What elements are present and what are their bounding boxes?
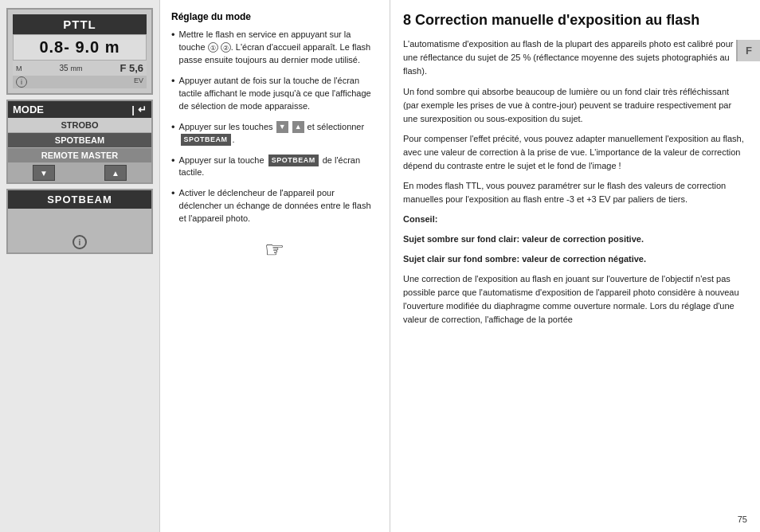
remote-master-item[interactable]: REMOTE MASTER xyxy=(8,148,151,163)
hand-pointing-icon: ☞ xyxy=(264,237,284,263)
zoom-value: 35 mm xyxy=(59,64,82,72)
middle-panel: Réglage du mode Mettre le flash en servi… xyxy=(159,0,390,532)
mode-arrows: ▼ ▲ xyxy=(8,163,151,182)
right-para-7: Une correction de l'exposition au flash … xyxy=(403,272,744,327)
spotbeam-header: SPOTBEAM xyxy=(8,190,151,209)
mode-section: MODE | ↵ STROBO SPOTBEAM REMOTE MASTER ▼… xyxy=(6,100,153,184)
info-icon: i xyxy=(16,76,27,88)
bullet-text-1: Mettre le flash en service en appuyant s… xyxy=(179,29,377,67)
spotbeam-info-circle[interactable]: i xyxy=(72,235,87,249)
bullet-item-3: Appuyer sur les touches ▼ ▲ et sélection… xyxy=(171,121,377,147)
bullet-text-4: Appuyer sur la touche SPOTBEAM de l'écra… xyxy=(179,155,377,180)
arrow-up-btn[interactable]: ▲ xyxy=(104,165,127,181)
bullet-text-5: Activer le déclencheur de l'appareil pou… xyxy=(179,187,377,225)
bullet-text-3: Appuyer sur les touches ▼ ▲ et sélection… xyxy=(179,121,377,147)
right-para-5: Sujet sombre sur fond clair: valeur de c… xyxy=(403,233,744,246)
f-badge: F xyxy=(736,40,760,61)
ev-label: EV xyxy=(134,76,143,88)
spotbeam-body: i xyxy=(8,209,151,252)
spotbeam-inline-btn: SPOTBEAM xyxy=(181,134,231,146)
para-6-text: Sujet clair sur fond sombre: valeur de c… xyxy=(403,254,646,264)
bullet-text-2: Appuyer autant de fois sur la touche de … xyxy=(179,75,377,113)
middle-heading: Réglage du mode xyxy=(171,11,377,22)
spotbeam-section: SPOTBEAM i xyxy=(6,189,153,254)
left-panel: PTTL 0.8- 9.0 m M 35 mm F 5,6 i EV MODE … xyxy=(0,0,159,532)
mode-header: MODE | ↵ xyxy=(8,101,151,118)
zoom-row: M 35 mm F 5,6 xyxy=(13,61,147,76)
strobo-item[interactable]: STROBO xyxy=(8,118,151,133)
arrow-down-inline: ▼ xyxy=(276,121,288,133)
right-para-2: Un fond sombre qui absorbe beaucoup de l… xyxy=(403,85,744,126)
bullet-item-5: Activer le déclencheur de l'appareil pou… xyxy=(171,187,377,225)
info-bar: i EV xyxy=(13,76,147,88)
mode-header-label: MODE xyxy=(13,104,44,115)
right-para-1: L'automatisme d'exposition au flash de l… xyxy=(403,37,744,78)
page-container: PTTL 0.8- 9.0 m M 35 mm F 5,6 i EV MODE … xyxy=(0,0,760,532)
device-screen: PTTL 0.8- 9.0 m M 35 mm F 5,6 i EV xyxy=(6,8,153,95)
spotbeam-item[interactable]: SPOTBEAM xyxy=(8,133,151,148)
right-conseil: Conseil: xyxy=(403,213,744,226)
hand-icon: ☞ xyxy=(254,233,294,265)
right-para-3: Pour compenser l'effet précité, vous pou… xyxy=(403,132,744,173)
bullet-list: Mettre le flash en service en appuyant s… xyxy=(171,29,377,225)
right-para-4: En modes flash TTL, vous pouvez paramétr… xyxy=(403,179,744,206)
return-icon: ↵ xyxy=(138,104,147,115)
distance-display: 0.8- 9.0 m xyxy=(13,34,147,61)
para-5-text: Sujet sombre sur fond clair: valeur de c… xyxy=(403,234,644,244)
bullet-item-2: Appuyer autant de fois sur la touche de … xyxy=(171,75,377,113)
pttl-label: PTTL xyxy=(13,14,147,34)
arrow-up-inline: ▲ xyxy=(292,121,304,133)
arrow-down-btn[interactable]: ▼ xyxy=(33,165,55,181)
page-number: 75 xyxy=(738,514,747,524)
pipe-icon: | xyxy=(131,104,135,115)
right-para-6: Sujet clair sur fond sombre: valeur de c… xyxy=(403,252,744,266)
mode-header-icons: | ↵ xyxy=(131,104,147,115)
right-heading: 8 Correction manuelle d'exposition au fl… xyxy=(403,11,744,29)
bullet-item-4: Appuyer sur la touche SPOTBEAM de l'écra… xyxy=(171,155,377,180)
zoom-mode-label: M xyxy=(16,65,22,72)
aperture-value: F 5,6 xyxy=(119,62,143,74)
conseil-label: Conseil: xyxy=(403,214,437,224)
spotbeam-inline-btn-2: SPOTBEAM xyxy=(268,155,319,166)
right-panel: 8 Correction manuelle d'exposition au fl… xyxy=(390,0,760,532)
bullet-item-1: Mettre le flash en service en appuyant s… xyxy=(171,29,377,67)
